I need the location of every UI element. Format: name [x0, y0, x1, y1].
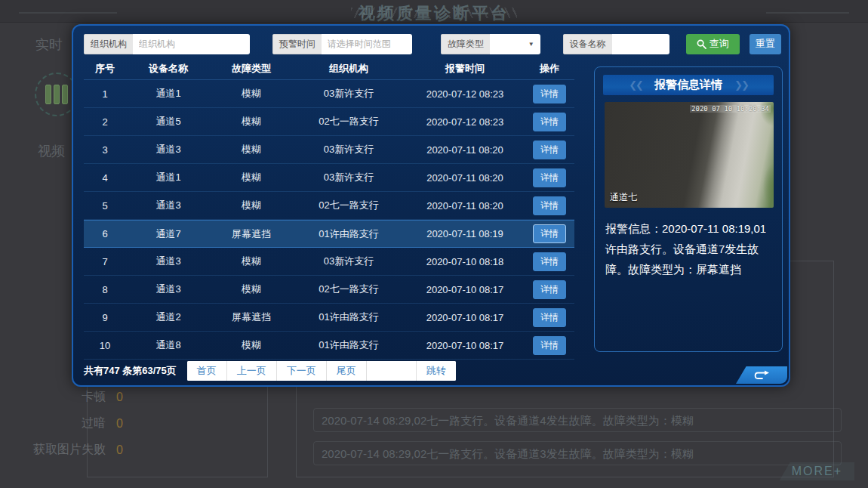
- cell-org: 03新许支行: [292, 87, 405, 100]
- cell-device: 通道7: [126, 227, 211, 241]
- table-row[interactable]: 7 通道3 模糊 03新许支行 2020-07-10 08:18 详情: [84, 248, 574, 276]
- chevron-left-decor-icon: ❮❮: [629, 79, 642, 91]
- cell-time: 2020-07-11 08:20: [405, 144, 525, 156]
- fault-type-select[interactable]: ▼: [490, 34, 540, 54]
- last-page-button[interactable]: 尾页: [327, 361, 367, 381]
- fault-type-label: 故障类型: [441, 34, 490, 54]
- table-row[interactable]: 6 通道7 屏幕遮挡 01许由路支行 2020-07-11 08:19 详情: [84, 220, 574, 248]
- first-page-button[interactable]: 首页: [187, 361, 227, 381]
- detail-button[interactable]: 详情: [533, 280, 566, 299]
- page-jump-button[interactable]: 跳转: [417, 361, 456, 381]
- cell-no: 7: [84, 256, 126, 267]
- cell-org: 01许由路支行: [292, 310, 405, 324]
- stat-value: 0: [116, 417, 128, 431]
- table-row[interactable]: 4 通道1 模糊 03新许支行 2020-07-11 08:20 详情: [84, 164, 574, 192]
- search-button-label: 查询: [709, 37, 729, 51]
- table-row[interactable]: 5 通道3 模糊 02七一路支行 2020-07-11 08:20 详情: [84, 192, 574, 220]
- detail-button[interactable]: 详情: [533, 168, 566, 187]
- cell-fault: 模糊: [211, 199, 292, 212]
- cell-no: 3: [84, 144, 126, 156]
- cell-device: 通道3: [126, 143, 211, 156]
- col-header-action: 操作: [525, 62, 574, 76]
- cell-no: 4: [84, 172, 126, 184]
- table-body: 1 通道1 模糊 03新许支行 2020-07-12 08:23 详情 2 通道…: [84, 80, 574, 360]
- detail-button[interactable]: 详情: [533, 196, 566, 215]
- alarm-ticker-item: 2020-07-14 08:29,02七一路支行。设备通道3发生故障。故障类型为…: [313, 441, 842, 465]
- stat-label: 获取图片失败: [30, 442, 106, 458]
- next-page-button[interactable]: 下一页: [277, 361, 327, 381]
- detail-button[interactable]: 详情: [533, 252, 566, 271]
- table-header-row: 序号 设备名称 故障类型 组织机构 报警时间 操作: [84, 57, 574, 80]
- camera-channel-label: 通道七: [610, 191, 637, 204]
- device-name-input[interactable]: [612, 34, 669, 54]
- org-filter: 组织机构: [84, 34, 250, 54]
- detail-button[interactable]: 详情: [533, 308, 566, 327]
- detail-panel-title-bar: ❮❮ 报警信息详情 ❯❯: [603, 75, 774, 95]
- time-filter-label: 预警时间: [272, 34, 322, 54]
- alarm-detail-message: 报警信息：2020-07-11 08:19,01许由路支行。设备通道7发生故障。…: [605, 218, 773, 280]
- cell-time: 2020-07-10 08:17: [405, 340, 525, 351]
- cell-org: 02七一路支行: [292, 283, 405, 296]
- table-row[interactable]: 3 通道3 模糊 03新许支行 2020-07-11 08:20 详情: [84, 136, 574, 164]
- app-root: 视频质量诊断平台 实时 视频 卡顿 0 过暗 0 获取图片失败 0: [0, 0, 868, 488]
- cell-time: 2020-07-11 08:19: [405, 228, 525, 239]
- org-filter-label: 组织机构: [84, 34, 133, 54]
- detail-button[interactable]: 详情: [533, 85, 566, 103]
- return-button[interactable]: [736, 366, 787, 384]
- cell-time: 2020-07-11 08:20: [405, 172, 525, 184]
- col-header-fault: 故障类型: [211, 62, 292, 76]
- filter-bar: 组织机构 预警时间 故障类型 ▼ 设备名称: [84, 33, 781, 54]
- stat-row: 获取图片失败 0: [30, 442, 128, 458]
- cell-fault: 模糊: [211, 87, 292, 100]
- search-button[interactable]: 查询: [686, 34, 740, 54]
- camera-snapshot: 2020 07 10 10:20:34 通道七: [605, 102, 774, 208]
- bg-panel-title-realtime: 实时: [35, 36, 63, 54]
- table-row[interactable]: 2 通道5 模糊 02七一路支行 2020-07-12 08:23 详情: [84, 108, 574, 136]
- cell-no: 8: [84, 284, 126, 295]
- device-name-label: 设备名称: [563, 34, 612, 54]
- cell-device: 通道3: [126, 255, 211, 268]
- stat-label: 过暗: [30, 415, 106, 431]
- table-row[interactable]: 10 通道8 模糊 01许由路支行 2020-07-10 08:17 详情: [84, 332, 574, 360]
- reset-button[interactable]: 重置: [749, 34, 781, 54]
- chevron-right-decor-icon: ❯❯: [734, 79, 748, 91]
- stat-value: 0: [116, 391, 128, 404]
- fault-type-filter: 故障类型 ▼: [441, 34, 540, 54]
- more-button[interactable]: MORE+: [780, 462, 854, 480]
- detail-button[interactable]: 详情: [533, 224, 566, 243]
- detail-panel-title: 报警信息详情: [654, 78, 722, 92]
- table-row[interactable]: 9 通道2 屏幕遮挡 01许由路支行 2020-07-10 08:17 详情: [84, 304, 574, 332]
- cell-fault: 模糊: [211, 143, 292, 156]
- cell-org: 01许由路支行: [292, 338, 405, 352]
- page-jump-input[interactable]: [367, 361, 417, 381]
- alarm-list-modal: 组织机构 预警时间 故障类型 ▼ 设备名称: [72, 24, 790, 387]
- cell-device: 通道1: [126, 87, 211, 100]
- time-filter-input[interactable]: [322, 34, 412, 54]
- cell-no: 9: [84, 312, 126, 323]
- page-title: 视频质量诊断平台: [0, 2, 868, 25]
- topbar-right-hatch: [449, 8, 517, 18]
- topbar-right-line: [766, 12, 849, 14]
- detail-button[interactable]: 详情: [533, 113, 566, 131]
- col-header-org: 组织机构: [292, 62, 405, 76]
- alarm-detail-panel: ❮❮ 报警信息详情 ❯❯ 2020 07 10 10:20:34 通道七 报警信…: [594, 66, 783, 352]
- cell-device: 通道2: [126, 310, 211, 324]
- stat-value: 0: [116, 443, 128, 457]
- cell-fault: 屏幕遮挡: [211, 227, 292, 241]
- cell-device: 通道3: [126, 199, 211, 212]
- search-icon: [697, 39, 706, 49]
- alarm-ticker-item: 2020-07-14 08:29,02七一路支行。设备通道4发生故障。故障类型为…: [313, 408, 842, 432]
- table-row[interactable]: 8 通道3 模糊 02七一路支行 2020-07-10 08:17 详情: [84, 276, 574, 304]
- org-filter-input[interactable]: [133, 34, 250, 54]
- pagination-controls: 首页 上一页 下一页 尾页 跳转: [187, 361, 456, 381]
- cell-time: 2020-07-12 08:23: [405, 116, 525, 128]
- detail-button[interactable]: 详情: [533, 141, 566, 159]
- pagination-summary: 共有747 条第63/75页: [84, 364, 177, 378]
- table-row[interactable]: 1 通道1 模糊 03新许支行 2020-07-12 08:23 详情: [84, 80, 574, 108]
- chevron-down-icon: ▼: [528, 41, 534, 48]
- detail-button[interactable]: 详情: [533, 336, 566, 355]
- time-filter: 预警时间: [272, 34, 412, 54]
- fault-stats: 卡顿 0 过暗 0 获取图片失败 0: [30, 389, 272, 468]
- bg-panel-title-video: 视频: [38, 142, 65, 160]
- prev-page-button[interactable]: 上一页: [227, 361, 277, 381]
